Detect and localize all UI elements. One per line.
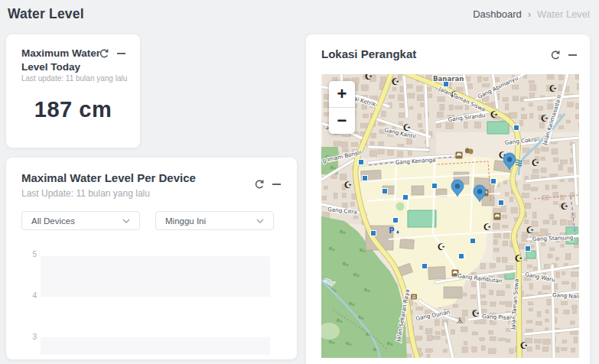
y-axis-tick: 4 [26,291,37,300]
sports-pitch [408,210,436,227]
device-marker-square[interactable] [470,239,476,244]
mosque-icon: ☪ [532,158,540,168]
collapse-icon[interactable] [568,50,578,60]
map-canvas[interactable]: P☪☪☪☪☪☪☪☪☪☪☪☪☪☪☪☪☪BanaranJalan Nyai Ketr… [321,74,579,358]
breadcrumb: Dashboard › Water Level [473,8,590,20]
device-marker-square[interactable] [422,264,428,269]
mosque-icon: ☪ [526,225,535,236]
y-axis-tick: 3 [26,333,37,341]
max-water-level-value: 187 cm [6,97,140,122]
period-filter-value: Minggu Ini [165,216,206,226]
device-marker-square[interactable] [459,254,464,259]
breadcrumb-dashboard-link[interactable]: Dashboard [473,8,522,20]
chart-row-band [41,337,270,355]
last-update-text: Last Update: 11 bulan yang lalu [21,188,150,199]
last-update-text: Last update: 11 bulan yang lalu [21,74,136,83]
chevron-down-icon [122,219,130,223]
device-marker-square[interactable] [444,82,449,87]
mosque-icon: ☪ [515,253,523,264]
card-max-water-level-today: Maximum Water Level Today Last update: 1… [6,34,140,148]
zoom-out-button[interactable]: − [329,107,355,134]
map-zoom-control: + − [329,81,355,134]
chevron-down-icon [256,219,264,223]
street-label: Gang Stanjung [532,234,574,242]
device-marker-square[interactable] [371,231,376,236]
parking-icon: P [389,226,394,235]
mosque-icon: ☪ [344,180,353,190]
device-marker-square[interactable] [514,125,519,131]
card-title: Maximum Water Level Today [21,47,107,73]
refresh-icon[interactable] [99,48,109,59]
sports-pitch [526,251,536,258]
breadcrumb-current: Water Level [537,8,590,20]
device-marker-square[interactable] [393,218,399,223]
device-marker-square[interactable] [363,176,368,181]
water-level-dashboard: Water Level Dashboard › Water Level Maxi… [0,0,599,364]
device-marker-square[interactable] [491,179,496,184]
device-filter-value: All Devices [31,216,75,226]
mosque-icon: ☪ [438,242,446,252]
card-title: Maximal Water Level Per Device [21,171,196,184]
device-marker-square[interactable] [499,200,504,206]
mosque-icon: ☪ [520,340,529,351]
chart-row-band [41,256,270,297]
device-marker-square[interactable] [526,246,531,252]
mosque-icon: ☪ [549,83,558,94]
page-title: Water Level [8,6,84,22]
page-header: Water Level Dashboard › Water Level [8,3,590,24]
collapse-icon[interactable] [116,48,126,59]
collapse-icon[interactable] [272,179,282,190]
mosque-icon: ☪ [365,74,373,82]
card-title: Lokasi Perangkat [321,47,416,60]
device-marker-square[interactable] [432,184,438,189]
device-marker-square[interactable] [403,195,409,200]
breadcrumb-separator-icon: › [528,8,531,20]
y-axis-tick: 5 [26,250,37,258]
mosque-icon: ☪ [490,109,499,120]
device-filter-select[interactable]: All Devices [21,211,140,230]
device-marker-square[interactable] [383,189,388,194]
mosque-icon: ☪ [472,308,480,319]
mosque-icon: ☪ [483,222,492,232]
card-max-water-level-per-device: Maximal Water Level Per Device Last Upda… [6,158,297,359]
refresh-icon[interactable] [550,50,561,60]
refresh-icon[interactable] [254,179,265,190]
atm-icon [411,294,417,300]
period-filter-select[interactable]: Minggu Ini [155,211,274,230]
sports-pitch [487,122,509,134]
card-lokasi-perangkat: Lokasi Perangkat + − P☪☪☪☪☪☪☪☪☪☪☪☪☪☪☪☪☪B… [306,34,590,364]
mosque-icon: ☪ [392,76,400,87]
device-location-map[interactable]: + − P☪☪☪☪☪☪☪☪☪☪☪☪☪☪☪☪☪BanaranJalan Nyai … [321,74,579,358]
zoom-in-button[interactable]: + [329,81,355,107]
mosque-icon: ☪ [561,201,569,212]
device-marker-square[interactable] [359,160,364,165]
